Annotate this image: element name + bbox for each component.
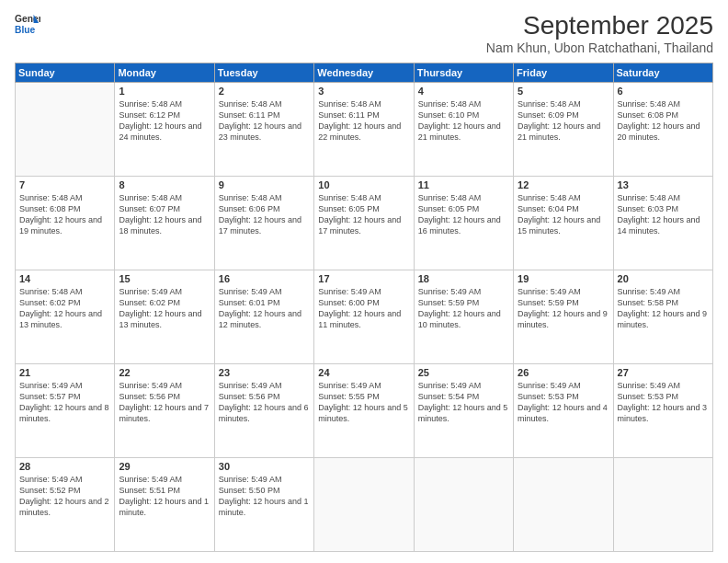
calendar-cell: 24Sunrise: 5:49 AM Sunset: 5:55 PM Dayli… xyxy=(314,364,414,458)
calendar-cell xyxy=(16,83,115,177)
col-sunday: Sunday xyxy=(16,63,115,83)
logo: General Blue xyxy=(15,11,40,37)
calendar-cell: 9Sunrise: 5:48 AM Sunset: 6:06 PM Daylig… xyxy=(214,177,313,270)
day-number: 16 xyxy=(219,273,310,284)
logo-icon: General Blue xyxy=(15,11,40,37)
day-info: Sunrise: 5:49 AM Sunset: 5:56 PM Dayligh… xyxy=(119,380,210,425)
svg-text:Blue: Blue xyxy=(15,25,36,35)
calendar-cell xyxy=(514,458,613,552)
day-number: 18 xyxy=(418,273,509,284)
day-info: Sunrise: 5:48 AM Sunset: 6:02 PM Dayligh… xyxy=(19,286,110,331)
day-info: Sunrise: 5:48 AM Sunset: 6:08 PM Dayligh… xyxy=(19,192,110,237)
location: Nam Khun, Ubon Ratchathani, Thailand xyxy=(486,40,713,55)
col-wednesday: Wednesday xyxy=(314,63,414,83)
day-number: 4 xyxy=(418,86,509,97)
day-number: 3 xyxy=(318,86,409,97)
day-number: 20 xyxy=(618,273,709,284)
calendar-cell: 18Sunrise: 5:49 AM Sunset: 5:59 PM Dayli… xyxy=(414,270,513,364)
day-number: 17 xyxy=(318,273,409,284)
day-info: Sunrise: 5:49 AM Sunset: 6:00 PM Dayligh… xyxy=(318,286,409,331)
calendar-cell: 1Sunrise: 5:48 AM Sunset: 6:12 PM Daylig… xyxy=(115,83,214,177)
calendar-week-row: 28Sunrise: 5:49 AM Sunset: 5:52 PM Dayli… xyxy=(16,458,713,552)
calendar-week-row: 21Sunrise: 5:49 AM Sunset: 5:57 PM Dayli… xyxy=(16,364,713,458)
calendar-week-row: 7Sunrise: 5:48 AM Sunset: 6:08 PM Daylig… xyxy=(16,177,713,270)
calendar-cell: 19Sunrise: 5:49 AM Sunset: 5:59 PM Dayli… xyxy=(514,270,613,364)
day-number: 26 xyxy=(518,367,609,378)
day-number: 25 xyxy=(418,367,509,378)
calendar-cell: 29Sunrise: 5:49 AM Sunset: 5:51 PM Dayli… xyxy=(115,458,214,552)
day-info: Sunrise: 5:49 AM Sunset: 5:55 PM Dayligh… xyxy=(318,380,409,425)
day-number: 22 xyxy=(119,367,210,378)
day-info: Sunrise: 5:48 AM Sunset: 6:08 PM Dayligh… xyxy=(618,98,709,144)
day-number: 11 xyxy=(418,179,509,190)
day-number: 24 xyxy=(318,367,409,378)
calendar-header-row: Sunday Monday Tuesday Wednesday Thursday… xyxy=(16,63,713,83)
col-saturday: Saturday xyxy=(613,63,712,83)
calendar-cell: 6Sunrise: 5:48 AM Sunset: 6:08 PM Daylig… xyxy=(613,83,712,177)
day-number: 14 xyxy=(19,273,110,284)
day-info: Sunrise: 5:48 AM Sunset: 6:11 PM Dayligh… xyxy=(318,98,409,144)
day-info: Sunrise: 5:48 AM Sunset: 6:05 PM Dayligh… xyxy=(418,192,509,237)
day-info: Sunrise: 5:49 AM Sunset: 5:56 PM Dayligh… xyxy=(219,380,310,425)
col-friday: Friday xyxy=(514,63,613,83)
day-info: Sunrise: 5:49 AM Sunset: 5:50 PM Dayligh… xyxy=(219,474,310,519)
page-header: General Blue September 2025 Nam Khun, Ub… xyxy=(15,11,713,55)
day-info: Sunrise: 5:48 AM Sunset: 6:09 PM Dayligh… xyxy=(518,98,609,144)
title-block: September 2025 Nam Khun, Ubon Ratchathan… xyxy=(486,11,713,55)
calendar-cell: 21Sunrise: 5:49 AM Sunset: 5:57 PM Dayli… xyxy=(16,364,115,458)
calendar-cell: 15Sunrise: 5:49 AM Sunset: 6:02 PM Dayli… xyxy=(115,270,214,364)
calendar-cell: 26Sunrise: 5:49 AM Sunset: 5:53 PM Dayli… xyxy=(514,364,613,458)
day-number: 15 xyxy=(119,273,210,284)
day-info: Sunrise: 5:48 AM Sunset: 6:10 PM Dayligh… xyxy=(418,98,509,144)
day-info: Sunrise: 5:48 AM Sunset: 6:06 PM Dayligh… xyxy=(219,192,310,237)
day-info: Sunrise: 5:49 AM Sunset: 5:59 PM Dayligh… xyxy=(418,286,509,331)
day-number: 5 xyxy=(518,86,609,97)
day-number: 6 xyxy=(618,86,709,97)
day-info: Sunrise: 5:49 AM Sunset: 5:58 PM Dayligh… xyxy=(618,286,709,331)
calendar-cell xyxy=(414,458,513,552)
day-info: Sunrise: 5:49 AM Sunset: 5:57 PM Dayligh… xyxy=(19,380,110,425)
month-year: September 2025 xyxy=(486,11,713,40)
day-info: Sunrise: 5:49 AM Sunset: 5:51 PM Dayligh… xyxy=(119,474,210,519)
calendar-cell xyxy=(613,458,712,552)
day-number: 7 xyxy=(19,179,110,190)
calendar-cell: 28Sunrise: 5:49 AM Sunset: 5:52 PM Dayli… xyxy=(16,458,115,552)
day-info: Sunrise: 5:48 AM Sunset: 6:04 PM Dayligh… xyxy=(518,192,609,237)
calendar-table: Sunday Monday Tuesday Wednesday Thursday… xyxy=(15,63,713,552)
day-number: 10 xyxy=(318,179,409,190)
day-info: Sunrise: 5:48 AM Sunset: 6:03 PM Dayligh… xyxy=(618,192,709,237)
calendar-cell: 2Sunrise: 5:48 AM Sunset: 6:11 PM Daylig… xyxy=(214,83,313,177)
calendar-cell: 14Sunrise: 5:48 AM Sunset: 6:02 PM Dayli… xyxy=(16,270,115,364)
calendar-week-row: 1Sunrise: 5:48 AM Sunset: 6:12 PM Daylig… xyxy=(16,83,713,177)
day-info: Sunrise: 5:49 AM Sunset: 5:59 PM Dayligh… xyxy=(518,286,609,331)
calendar-cell: 8Sunrise: 5:48 AM Sunset: 6:07 PM Daylig… xyxy=(115,177,214,270)
calendar-cell: 16Sunrise: 5:49 AM Sunset: 6:01 PM Dayli… xyxy=(214,270,313,364)
day-number: 21 xyxy=(19,367,110,378)
day-number: 2 xyxy=(219,86,310,97)
day-number: 12 xyxy=(518,179,609,190)
calendar-cell xyxy=(314,458,414,552)
day-info: Sunrise: 5:48 AM Sunset: 6:12 PM Dayligh… xyxy=(119,98,210,144)
calendar-cell: 11Sunrise: 5:48 AM Sunset: 6:05 PM Dayli… xyxy=(414,177,513,270)
day-info: Sunrise: 5:49 AM Sunset: 5:53 PM Dayligh… xyxy=(518,380,609,425)
calendar-cell: 25Sunrise: 5:49 AM Sunset: 5:54 PM Dayli… xyxy=(414,364,513,458)
calendar-cell: 4Sunrise: 5:48 AM Sunset: 6:10 PM Daylig… xyxy=(414,83,513,177)
day-number: 29 xyxy=(119,461,210,472)
calendar-cell: 17Sunrise: 5:49 AM Sunset: 6:00 PM Dayli… xyxy=(314,270,414,364)
col-monday: Monday xyxy=(115,63,214,83)
day-info: Sunrise: 5:48 AM Sunset: 6:07 PM Dayligh… xyxy=(119,192,210,237)
day-info: Sunrise: 5:48 AM Sunset: 6:11 PM Dayligh… xyxy=(219,98,310,144)
calendar-week-row: 14Sunrise: 5:48 AM Sunset: 6:02 PM Dayli… xyxy=(16,270,713,364)
calendar-cell: 30Sunrise: 5:49 AM Sunset: 5:50 PM Dayli… xyxy=(214,458,313,552)
col-tuesday: Tuesday xyxy=(214,63,313,83)
day-number: 13 xyxy=(618,179,709,190)
day-number: 9 xyxy=(219,179,310,190)
day-number: 8 xyxy=(119,179,210,190)
day-number: 27 xyxy=(618,367,709,378)
day-number: 23 xyxy=(219,367,310,378)
calendar-cell: 7Sunrise: 5:48 AM Sunset: 6:08 PM Daylig… xyxy=(16,177,115,270)
calendar-cell: 27Sunrise: 5:49 AM Sunset: 5:53 PM Dayli… xyxy=(613,364,712,458)
calendar-cell: 23Sunrise: 5:49 AM Sunset: 5:56 PM Dayli… xyxy=(214,364,313,458)
day-info: Sunrise: 5:49 AM Sunset: 6:01 PM Dayligh… xyxy=(219,286,310,331)
col-thursday: Thursday xyxy=(414,63,513,83)
